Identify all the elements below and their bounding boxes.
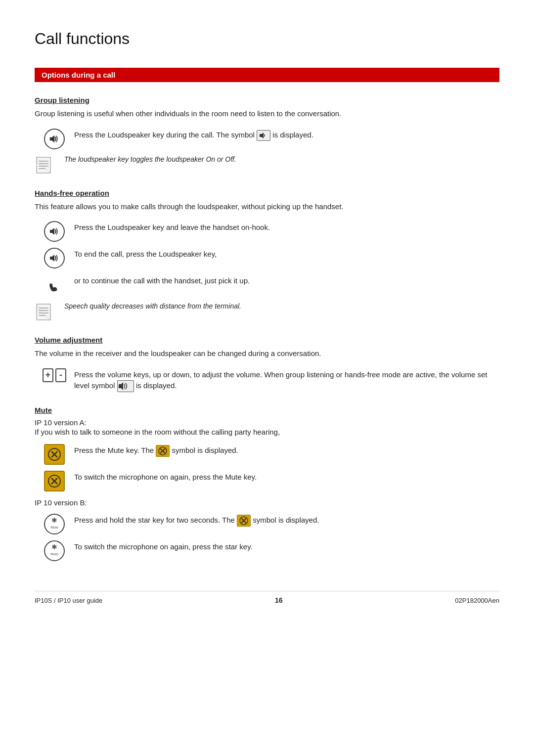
- desc-group-listening: Group listening is useful when other ind…: [35, 108, 499, 120]
- section-group-listening: Group listening Group listening is usefu…: [35, 96, 499, 175]
- mute-svg-a2: [47, 474, 61, 488]
- svg-marker-0: [50, 135, 54, 142]
- inline-mute-svg-b1: [239, 516, 249, 526]
- note-paper-icon: [35, 154, 64, 175]
- mute-key-box-a2: [44, 471, 65, 491]
- section-volume: Volume adjustment The volume in the rece…: [35, 336, 499, 392]
- svg-text:Mute: Mute: [50, 552, 58, 556]
- inline-vol-svg: [118, 381, 133, 391]
- svg-marker-1: [260, 133, 264, 138]
- hands-free-row1-text: Press the Loudspeaker key and leave the …: [74, 220, 499, 233]
- row-hands-free-2: To end the call, press the Loudspeaker k…: [35, 247, 499, 268]
- footer-page-number: 16: [275, 596, 283, 604]
- handset-svg: [44, 274, 65, 296]
- heading-hands-free: Hands-free operation: [35, 189, 499, 197]
- speaker-icon-col-hf1: [35, 220, 74, 242]
- vol-keys-icon-col: + -: [35, 367, 74, 382]
- speaker-svg: [48, 133, 60, 145]
- mute-a1-text: Press the Mute key. The symbol is displa…: [74, 443, 499, 457]
- note-svg: [35, 155, 54, 175]
- svg-text:Mute: Mute: [50, 526, 58, 529]
- inline-mute-symbol-a1: [156, 445, 170, 457]
- note-group-listening: The loudspeaker key toggles the loudspea…: [35, 154, 499, 175]
- mute-a2-text: To switch the microphone on again, press…: [74, 470, 499, 483]
- inline-speaker-svg: [259, 132, 268, 139]
- mute-version-b-label: IP 10 version B:: [35, 498, 499, 507]
- volume-row-text: Press the volume keys, up or down, to ad…: [74, 367, 499, 393]
- inline-mute-svg-a1: [158, 446, 168, 456]
- mute-star-svg-b2: ✱ Mute: [48, 544, 61, 557]
- heading-group-listening: Group listening: [35, 96, 499, 104]
- footer: IP10S / IP10 user guide 16 02P182000Aen: [35, 591, 499, 604]
- loudspeaker-icon-col: [35, 128, 74, 149]
- mute-box-a1-col: [35, 443, 74, 465]
- desc-volume: The volume in the receiver and the louds…: [35, 348, 499, 359]
- speaker-circle-hf2: [44, 248, 65, 268]
- speaker-svg-hf2: [48, 252, 60, 264]
- mute-star-circle-b2: ✱ Mute: [44, 540, 65, 561]
- row-hands-free-3: or to continue the call with the handset…: [35, 273, 499, 296]
- row-volume: + - Press the volume keys, up or down, t…: [35, 367, 499, 393]
- inline-mute-symbol-b1: [237, 515, 251, 527]
- page-title: Call functions: [35, 30, 499, 48]
- handset-icon-col: [35, 273, 74, 296]
- mute-circle-b2-col: ✱ Mute: [35, 539, 74, 561]
- volume-keys-icon: + -: [43, 368, 66, 382]
- row-mute-b1: ✱ Mute Press and hold the star key for t…: [35, 513, 499, 534]
- note-paper-icon-hf: [35, 301, 64, 322]
- mute-version-a-desc: If you wish to talk to someone in the ro…: [35, 428, 499, 436]
- svg-marker-18: [119, 382, 123, 390]
- mute-b2-text: To switch the microphone on again, press…: [74, 539, 499, 553]
- vol-up-key: +: [43, 368, 53, 382]
- section-hands-free: Hands-free operation This feature allows…: [35, 189, 499, 322]
- svg-text:✱: ✱: [51, 518, 57, 524]
- note-group-listening-text: The loudspeaker key toggles the loudspea…: [64, 154, 236, 165]
- mute-star-circle-b1: ✱ Mute: [44, 514, 65, 534]
- hands-free-row3-text: or to continue the call with the handset…: [74, 273, 499, 287]
- speaker-svg-hf1: [48, 225, 60, 237]
- mute-star-svg-b1: ✱ Mute: [48, 518, 61, 531]
- row-mute-b2: ✱ Mute To switch the microphone on again…: [35, 539, 499, 561]
- mute-version-a-label: IP 10 version A:: [35, 418, 499, 427]
- note-hands-free: Speech quality decreases with distance f…: [35, 301, 499, 322]
- row-hands-free-1: Press the Loudspeaker key and leave the …: [35, 220, 499, 242]
- mute-box-a2-col: [35, 470, 74, 491]
- desc-hands-free: This feature allows you to make calls th…: [35, 201, 499, 213]
- row-mute-a2: To switch the microphone on again, press…: [35, 470, 499, 491]
- mute-svg-a1: [47, 447, 61, 461]
- svg-marker-10: [50, 255, 54, 262]
- footer-right: 02P182000Aen: [455, 597, 499, 604]
- row-loudspeaker-group: Press the Loudspeaker key during the cal…: [35, 128, 499, 149]
- heading-mute: Mute: [35, 406, 499, 414]
- mute-key-box-a1: [44, 444, 65, 465]
- note-svg-hf: [35, 302, 54, 322]
- speaker-icon-col-hf2: [35, 247, 74, 268]
- inline-speaker-symbol: [257, 130, 270, 141]
- loudspeaker-group-text: Press the Loudspeaker key during the cal…: [74, 128, 499, 141]
- svg-marker-9: [50, 228, 54, 235]
- svg-text:✱: ✱: [51, 544, 57, 551]
- row-mute-a1: Press the Mute key. The symbol is displa…: [35, 443, 499, 465]
- loudspeaker-circle-icon: [44, 129, 65, 149]
- hands-free-row2-text: To end the call, press the Loudspeaker k…: [74, 247, 499, 260]
- section-mute: Mute IP 10 version A: If you wish to tal…: [35, 406, 499, 561]
- speaker-circle-hf1: [44, 221, 65, 242]
- footer-left: IP10S / IP10 user guide: [35, 597, 102, 604]
- inline-vol-symbol: [117, 380, 134, 392]
- mute-circle-b1-col: ✱ Mute: [35, 513, 74, 534]
- heading-volume: Volume adjustment: [35, 336, 499, 344]
- mute-b1-text: Press and hold the star key for two seco…: [74, 513, 499, 527]
- vol-down-key: -: [55, 368, 66, 382]
- section-bar-options: Options during a call: [35, 68, 499, 82]
- note-hands-free-text: Speech quality decreases with distance f…: [64, 301, 241, 311]
